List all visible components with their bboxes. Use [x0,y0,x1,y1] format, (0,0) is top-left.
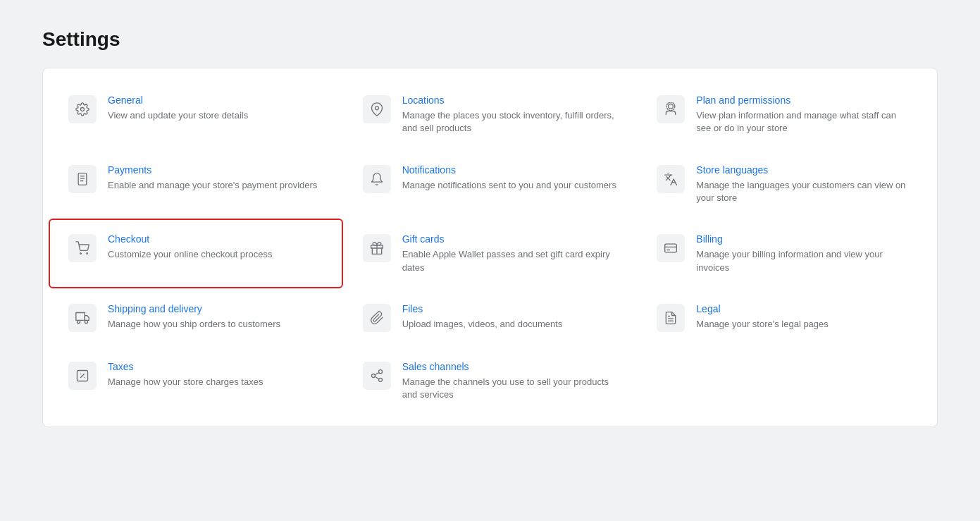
item-description: Enable and manage your store's payment p… [108,179,317,192]
svg-point-16 [77,320,80,323]
svg-point-17 [85,320,87,323]
svg-point-3 [666,102,675,111]
item-title: Payments [108,164,317,176]
svg-point-1 [375,106,378,110]
item-icon-box [68,95,97,123]
item-description: Upload images, videos, and documents [402,318,563,331]
item-description: Enable Apple Wallet passes and set gift … [402,248,618,274]
svg-marker-15 [85,315,89,320]
item-title: General [108,94,248,106]
item-text: General View and update your store detai… [108,94,248,122]
item-text: Sales channels Manage the channels you u… [402,360,618,402]
item-description: Manage your store's legal pages [696,318,828,331]
item-description: Manage the languages your customers can … [696,179,912,204]
item-title: Plan and permissions [696,94,912,106]
item-title: Sales channels [402,360,618,373]
item-title: Locations [402,94,618,106]
settings-item-payments[interactable]: Payments Enable and manage your store's … [49,149,343,219]
item-text: Gift cards Enable Apple Wallet passes an… [402,233,618,274]
item-description: Manage your billing information and view… [696,248,912,274]
settings-item-taxes[interactable]: Taxes Manage how your store charges taxe… [49,346,343,416]
item-icon-box [363,234,391,262]
item-icon-box [657,234,685,262]
item-title: Billing [696,233,912,245]
settings-item-checkout[interactable]: Checkout Customize your online checkout … [49,219,343,288]
item-text: Locations Manage the places you stock in… [402,94,618,135]
settings-item-billing[interactable]: Billing Manage your billing information … [637,219,931,288]
item-title: Store languages [696,164,912,176]
item-icon-box [657,95,685,123]
item-icon-box [68,362,97,390]
item-title: Checkout [108,233,272,245]
svg-rect-4 [78,173,87,185]
item-text: Store languages Manage the languages you… [696,164,912,205]
settings-grid: General View and update your store detai… [49,80,931,415]
svg-point-0 [81,108,85,111]
item-text: Notifications Manage notifications sent … [402,164,616,192]
settings-card: General View and update your store detai… [42,68,938,427]
settings-item-general[interactable]: General View and update your store detai… [49,80,343,149]
item-text: Billing Manage your billing information … [696,233,912,274]
settings-item-legal[interactable]: Legal Manage your store's legal pages [637,288,931,346]
item-description: Manage how your store charges taxes [108,376,263,388]
item-description: View plan information and manage what st… [696,109,912,135]
item-text: Payments Enable and manage your store's … [108,164,317,192]
item-description: Manage the places you stock inventory, f… [402,109,618,135]
svg-point-8 [80,253,82,255]
settings-item-plan-permissions[interactable]: Plan and permissions View plan informati… [637,80,931,149]
item-title: Shipping and delivery [108,302,280,315]
item-icon-box [657,165,685,193]
item-title: Legal [696,302,828,315]
item-text: Shipping and delivery Manage how you shi… [108,302,280,331]
page-title: Settings [42,28,938,51]
item-text: Checkout Customize your online checkout … [108,233,272,261]
item-title: Taxes [108,360,263,373]
settings-item-locations[interactable]: Locations Manage the places you stock in… [343,80,638,149]
item-text: Taxes Manage how your store charges taxe… [108,360,263,388]
settings-item-files[interactable]: Files Upload images, videos, and documen… [343,288,638,346]
settings-item-store-languages[interactable]: Store languages Manage the languages you… [637,149,931,219]
item-icon-box [363,362,391,390]
item-icon-box [363,95,391,123]
item-icon-box [68,165,97,193]
svg-line-28 [375,372,379,374]
svg-rect-12 [665,244,677,252]
settings-item-sales-channels[interactable]: Sales channels Manage the channels you u… [343,346,638,416]
item-text: Legal Manage your store's legal pages [696,302,828,331]
settings-item-shipping[interactable]: Shipping and delivery Manage how you shi… [49,288,343,346]
item-description: Manage how you ship orders to customers [108,318,280,331]
item-text: Files Upload images, videos, and documen… [402,302,563,331]
item-title: Files [402,302,563,315]
svg-point-2 [669,104,674,109]
item-icon-box [363,304,391,332]
svg-line-23 [81,374,85,377]
item-description: Manage the channels you use to sell your… [402,376,618,401]
svg-point-9 [87,253,88,255]
item-text: Plan and permissions View plan informati… [696,94,912,135]
item-title: Notifications [402,164,616,176]
item-icon-box [68,234,97,262]
settings-item-notifications[interactable]: Notifications Manage notifications sent … [343,149,638,219]
item-icon-box [657,304,685,332]
item-description: View and update your store details [108,109,248,122]
settings-item-gift-cards[interactable]: Gift cards Enable Apple Wallet passes an… [343,219,638,288]
item-description: Manage notifications sent to you and you… [402,179,616,192]
item-icon-box [363,165,391,193]
item-title: Gift cards [402,233,618,245]
svg-line-27 [375,376,379,379]
item-description: Customize your online checkout process [108,248,272,261]
svg-rect-14 [76,312,85,320]
item-icon-box [68,304,97,332]
